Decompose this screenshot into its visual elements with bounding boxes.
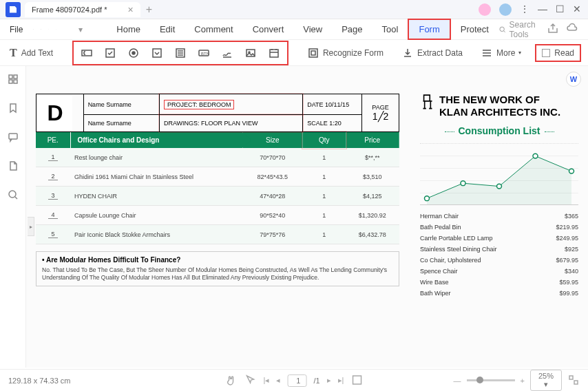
last-page-icon[interactable]: ▸|	[338, 376, 344, 385]
zoom-slider[interactable]	[467, 379, 515, 381]
add-tab-button[interactable]: +	[146, 3, 152, 16]
attachments-icon[interactable]	[7, 160, 19, 175]
bookmarks-icon[interactable]	[7, 102, 19, 117]
left-sidebar	[0, 66, 26, 368]
first-page-icon[interactable]: |◂	[264, 376, 270, 385]
close-icon[interactable]: ×	[127, 4, 133, 15]
thumbnails-icon[interactable]	[7, 73, 19, 88]
recognize-form-button[interactable]: Recognize Form	[303, 44, 388, 62]
cloud-icon[interactable]	[566, 22, 578, 36]
list-item: Stainless Steel Dining Chair$925	[420, 244, 578, 255]
document-canvas[interactable]: ▸ W D Name Surname PROJECT: BEDROOM DATE…	[26, 66, 588, 368]
add-text-button[interactable]: T Add Text	[7, 44, 56, 62]
zoom-in-icon[interactable]: +	[521, 377, 525, 385]
zoom-out-icon[interactable]: —	[454, 377, 461, 385]
svg-rect-6	[82, 50, 92, 56]
dropdown-tool[interactable]	[147, 43, 167, 63]
statusbar: 129.18 x 74.33 cm |◂ ◂ 1/1 ▸ ▸| — + 25% …	[0, 369, 588, 391]
list-item: Spence Chair$340	[420, 266, 578, 277]
table-row: 2Ghidini 1961 Miami Chair In Stainless S…	[36, 167, 399, 187]
svg-point-27	[533, 154, 538, 158]
menu-form[interactable]: Form	[408, 19, 450, 40]
more-button[interactable]: More▾	[476, 44, 525, 62]
tab-title: Frame 48097024.pdf *	[32, 6, 107, 14]
menu-view[interactable]: View	[293, 20, 332, 39]
word-export-icon[interactable]: W	[566, 72, 581, 87]
print-dropdown-icon[interactable]: ▾	[78, 23, 83, 36]
read-toggle[interactable]: Read	[535, 44, 581, 62]
window-maximize-icon[interactable]: ☐	[556, 3, 565, 16]
listbox-tool[interactable]	[170, 43, 191, 63]
button-tool[interactable]: BTN	[193, 43, 214, 63]
form-controls-group: BTN	[72, 41, 288, 65]
consumption-list: Herman Chair$365Bath Pedal Bin$219.95Car…	[420, 211, 578, 299]
consumption-chart	[420, 143, 578, 205]
kebab-menu-icon[interactable]: ⋮	[520, 3, 529, 16]
select-tool-icon[interactable]	[244, 374, 257, 388]
list-item: Bath Wiper$99.95	[420, 288, 578, 299]
window-close-icon[interactable]: ✕	[573, 3, 581, 16]
fit-icon[interactable]	[350, 374, 363, 388]
svg-rect-31	[574, 381, 578, 384]
window-minimize-icon[interactable]: —	[538, 3, 547, 16]
signature-tool[interactable]	[217, 43, 238, 63]
company-logo: D	[38, 96, 72, 130]
svg-point-25	[461, 181, 465, 186]
coords-display: 129.18 x 74.33 cm	[8, 377, 71, 385]
project-field[interactable]: PROJECT: BEDROOM	[164, 100, 235, 109]
save-icon[interactable]	[33, 23, 34, 36]
search-sidebar-icon[interactable]	[7, 189, 19, 204]
accent-dot-pink	[479, 3, 491, 16]
mail-icon[interactable]	[41, 23, 41, 36]
menu-protect[interactable]: Protect	[451, 20, 498, 39]
file-menu[interactable]: File	[3, 25, 30, 34]
checkbox-tool[interactable]	[100, 43, 120, 63]
faq-article: • Are Modular Homes Difficult To Finance…	[36, 251, 399, 286]
extract-data-button[interactable]: Extract Data	[397, 44, 467, 62]
page-input[interactable]: 1	[287, 374, 306, 387]
date-tool[interactable]	[264, 43, 284, 63]
menubar: File ▾ Home Edit Comment Convert View Pa…	[0, 19, 588, 40]
file-tab[interactable]: Frame 48097024.pdf * ×	[25, 2, 140, 17]
next-page-icon[interactable]: ▸	[327, 376, 331, 385]
print-icon[interactable]	[71, 23, 72, 36]
svg-point-23	[9, 191, 16, 198]
list-item: Bath Pedal Bin$219.95	[420, 222, 578, 233]
comments-icon[interactable]	[7, 131, 19, 146]
svg-rect-17	[309, 49, 317, 57]
fit-page-icon[interactable]	[567, 374, 580, 388]
svg-rect-16	[270, 50, 278, 57]
hand-tool-icon[interactable]	[225, 374, 238, 388]
svg-rect-29	[353, 376, 361, 384]
svg-rect-22	[9, 134, 17, 139]
form-toolbar: T Add Text BTN Recognize Form Extract Da…	[0, 40, 588, 66]
menu-edit[interactable]: Edit	[150, 20, 185, 39]
svg-point-26	[497, 184, 502, 189]
textfield-tool[interactable]	[76, 43, 97, 63]
svg-point-24	[425, 196, 430, 201]
share-icon[interactable]	[547, 22, 559, 36]
menu-home[interactable]: Home	[107, 20, 150, 39]
image-tool[interactable]	[240, 43, 261, 63]
radio-tool[interactable]	[123, 43, 144, 63]
undo-icon[interactable]	[48, 23, 49, 36]
svg-rect-1	[41, 29, 41, 30]
menu-convert[interactable]: Convert	[243, 20, 294, 39]
list-item: Herman Chair$365	[420, 211, 578, 222]
zoom-input[interactable]: 25% ▾	[530, 370, 562, 391]
project-header-table: D Name Surname PROJECT: BEDROOM DATE 10/…	[36, 94, 399, 132]
menu-page[interactable]: Page	[332, 20, 372, 39]
search-placeholder: Search Tools	[510, 20, 540, 39]
svg-rect-18	[9, 75, 12, 78]
svg-point-5	[500, 27, 504, 31]
read-checkbox[interactable]	[542, 49, 550, 57]
table-row: 5Pair Iconic Black Stokke Armchairs79*75…	[36, 225, 399, 244]
search-tools[interactable]: Search Tools	[498, 20, 540, 39]
svg-rect-30	[569, 376, 573, 379]
prev-page-icon[interactable]: ◂	[276, 376, 280, 385]
redo-icon[interactable]	[56, 23, 56, 36]
expand-sidebar-button[interactable]: ▸	[28, 217, 34, 236]
menu-comment[interactable]: Comment	[185, 20, 242, 39]
menu-tool[interactable]: Tool	[372, 20, 408, 39]
titlebar: Frame 48097024.pdf * × + ⋮ — ☐ ✕	[0, 0, 588, 19]
